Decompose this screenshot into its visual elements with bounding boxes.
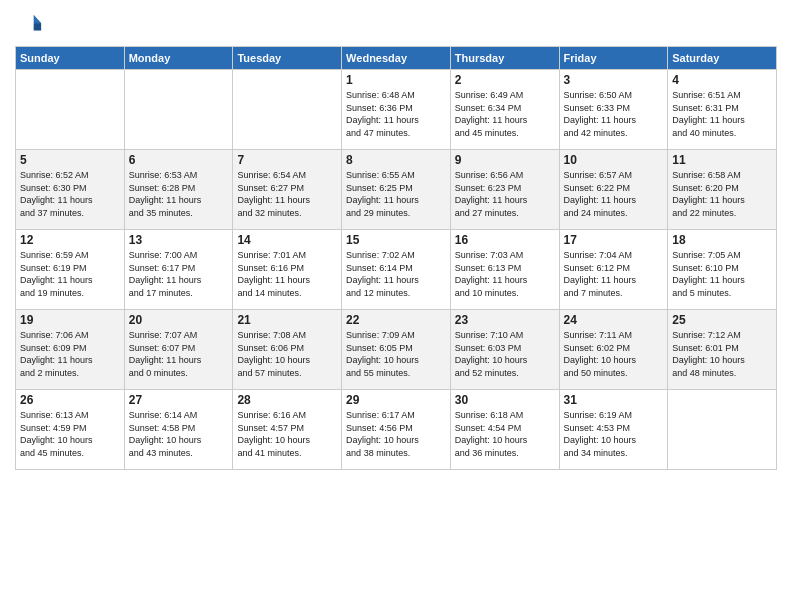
calendar-cell: 5Sunrise: 6:52 AM Sunset: 6:30 PM Daylig…: [16, 150, 125, 230]
calendar-cell: 3Sunrise: 6:50 AM Sunset: 6:33 PM Daylig…: [559, 70, 668, 150]
day-number: 5: [20, 153, 120, 167]
calendar-cell: 8Sunrise: 6:55 AM Sunset: 6:25 PM Daylig…: [342, 150, 451, 230]
day-info: Sunrise: 7:12 AM Sunset: 6:01 PM Dayligh…: [672, 329, 772, 379]
day-number: 15: [346, 233, 446, 247]
day-info: Sunrise: 7:08 AM Sunset: 6:06 PM Dayligh…: [237, 329, 337, 379]
day-info: Sunrise: 7:05 AM Sunset: 6:10 PM Dayligh…: [672, 249, 772, 299]
calendar-cell: 21Sunrise: 7:08 AM Sunset: 6:06 PM Dayli…: [233, 310, 342, 390]
calendar-cell: 30Sunrise: 6:18 AM Sunset: 4:54 PM Dayli…: [450, 390, 559, 470]
page: SundayMondayTuesdayWednesdayThursdayFrid…: [0, 0, 792, 612]
day-number: 24: [564, 313, 664, 327]
calendar-row: 1Sunrise: 6:48 AM Sunset: 6:36 PM Daylig…: [16, 70, 777, 150]
day-info: Sunrise: 6:58 AM Sunset: 6:20 PM Dayligh…: [672, 169, 772, 219]
weekday-header: Tuesday: [233, 47, 342, 70]
day-number: 8: [346, 153, 446, 167]
day-number: 30: [455, 393, 555, 407]
day-info: Sunrise: 7:00 AM Sunset: 6:17 PM Dayligh…: [129, 249, 229, 299]
day-info: Sunrise: 7:01 AM Sunset: 6:16 PM Dayligh…: [237, 249, 337, 299]
calendar-cell: [16, 70, 125, 150]
day-number: 1: [346, 73, 446, 87]
weekday-header: Wednesday: [342, 47, 451, 70]
day-info: Sunrise: 6:17 AM Sunset: 4:56 PM Dayligh…: [346, 409, 446, 459]
calendar-cell: 10Sunrise: 6:57 AM Sunset: 6:22 PM Dayli…: [559, 150, 668, 230]
day-info: Sunrise: 6:54 AM Sunset: 6:27 PM Dayligh…: [237, 169, 337, 219]
day-number: 10: [564, 153, 664, 167]
weekday-header: Friday: [559, 47, 668, 70]
calendar-cell: [124, 70, 233, 150]
calendar-cell: 17Sunrise: 7:04 AM Sunset: 6:12 PM Dayli…: [559, 230, 668, 310]
day-number: 16: [455, 233, 555, 247]
day-number: 31: [564, 393, 664, 407]
day-number: 21: [237, 313, 337, 327]
logo-icon: [15, 10, 43, 38]
weekday-header: Sunday: [16, 47, 125, 70]
day-info: Sunrise: 7:03 AM Sunset: 6:13 PM Dayligh…: [455, 249, 555, 299]
day-info: Sunrise: 7:07 AM Sunset: 6:07 PM Dayligh…: [129, 329, 229, 379]
calendar-row: 5Sunrise: 6:52 AM Sunset: 6:30 PM Daylig…: [16, 150, 777, 230]
calendar-cell: 28Sunrise: 6:16 AM Sunset: 4:57 PM Dayli…: [233, 390, 342, 470]
calendar-cell: 20Sunrise: 7:07 AM Sunset: 6:07 PM Dayli…: [124, 310, 233, 390]
day-number: 9: [455, 153, 555, 167]
calendar-cell: 6Sunrise: 6:53 AM Sunset: 6:28 PM Daylig…: [124, 150, 233, 230]
calendar-cell: 23Sunrise: 7:10 AM Sunset: 6:03 PM Dayli…: [450, 310, 559, 390]
calendar-cell: 27Sunrise: 6:14 AM Sunset: 4:58 PM Dayli…: [124, 390, 233, 470]
calendar-cell: 19Sunrise: 7:06 AM Sunset: 6:09 PM Dayli…: [16, 310, 125, 390]
calendar-row: 26Sunrise: 6:13 AM Sunset: 4:59 PM Dayli…: [16, 390, 777, 470]
day-info: Sunrise: 6:50 AM Sunset: 6:33 PM Dayligh…: [564, 89, 664, 139]
calendar-cell: 11Sunrise: 6:58 AM Sunset: 6:20 PM Dayli…: [668, 150, 777, 230]
day-number: 4: [672, 73, 772, 87]
day-info: Sunrise: 7:10 AM Sunset: 6:03 PM Dayligh…: [455, 329, 555, 379]
day-info: Sunrise: 6:57 AM Sunset: 6:22 PM Dayligh…: [564, 169, 664, 219]
day-info: Sunrise: 7:09 AM Sunset: 6:05 PM Dayligh…: [346, 329, 446, 379]
calendar-cell: 18Sunrise: 7:05 AM Sunset: 6:10 PM Dayli…: [668, 230, 777, 310]
day-info: Sunrise: 6:49 AM Sunset: 6:34 PM Dayligh…: [455, 89, 555, 139]
day-number: 29: [346, 393, 446, 407]
day-number: 26: [20, 393, 120, 407]
day-info: Sunrise: 6:53 AM Sunset: 6:28 PM Dayligh…: [129, 169, 229, 219]
weekday-header: Monday: [124, 47, 233, 70]
day-number: 6: [129, 153, 229, 167]
day-info: Sunrise: 6:13 AM Sunset: 4:59 PM Dayligh…: [20, 409, 120, 459]
calendar-cell: 14Sunrise: 7:01 AM Sunset: 6:16 PM Dayli…: [233, 230, 342, 310]
calendar-cell: 7Sunrise: 6:54 AM Sunset: 6:27 PM Daylig…: [233, 150, 342, 230]
day-info: Sunrise: 6:16 AM Sunset: 4:57 PM Dayligh…: [237, 409, 337, 459]
calendar-table: SundayMondayTuesdayWednesdayThursdayFrid…: [15, 46, 777, 470]
calendar-cell: 1Sunrise: 6:48 AM Sunset: 6:36 PM Daylig…: [342, 70, 451, 150]
day-number: 22: [346, 313, 446, 327]
calendar-cell: 13Sunrise: 7:00 AM Sunset: 6:17 PM Dayli…: [124, 230, 233, 310]
day-number: 13: [129, 233, 229, 247]
day-number: 3: [564, 73, 664, 87]
day-info: Sunrise: 6:48 AM Sunset: 6:36 PM Dayligh…: [346, 89, 446, 139]
day-number: 17: [564, 233, 664, 247]
calendar-cell: 25Sunrise: 7:12 AM Sunset: 6:01 PM Dayli…: [668, 310, 777, 390]
calendar-cell: 22Sunrise: 7:09 AM Sunset: 6:05 PM Dayli…: [342, 310, 451, 390]
day-number: 14: [237, 233, 337, 247]
calendar-cell: 24Sunrise: 7:11 AM Sunset: 6:02 PM Dayli…: [559, 310, 668, 390]
day-number: 27: [129, 393, 229, 407]
day-number: 2: [455, 73, 555, 87]
calendar-cell: 9Sunrise: 6:56 AM Sunset: 6:23 PM Daylig…: [450, 150, 559, 230]
day-number: 25: [672, 313, 772, 327]
day-info: Sunrise: 6:59 AM Sunset: 6:19 PM Dayligh…: [20, 249, 120, 299]
weekday-header: Saturday: [668, 47, 777, 70]
day-info: Sunrise: 7:04 AM Sunset: 6:12 PM Dayligh…: [564, 249, 664, 299]
day-number: 11: [672, 153, 772, 167]
calendar-cell: 2Sunrise: 6:49 AM Sunset: 6:34 PM Daylig…: [450, 70, 559, 150]
day-info: Sunrise: 6:51 AM Sunset: 6:31 PM Dayligh…: [672, 89, 772, 139]
calendar-row: 19Sunrise: 7:06 AM Sunset: 6:09 PM Dayli…: [16, 310, 777, 390]
day-number: 18: [672, 233, 772, 247]
calendar-row: 12Sunrise: 6:59 AM Sunset: 6:19 PM Dayli…: [16, 230, 777, 310]
day-info: Sunrise: 6:14 AM Sunset: 4:58 PM Dayligh…: [129, 409, 229, 459]
header: [15, 10, 777, 38]
day-number: 7: [237, 153, 337, 167]
day-info: Sunrise: 6:55 AM Sunset: 6:25 PM Dayligh…: [346, 169, 446, 219]
svg-marker-1: [34, 23, 41, 30]
day-info: Sunrise: 7:02 AM Sunset: 6:14 PM Dayligh…: [346, 249, 446, 299]
day-info: Sunrise: 7:06 AM Sunset: 6:09 PM Dayligh…: [20, 329, 120, 379]
calendar-cell: 12Sunrise: 6:59 AM Sunset: 6:19 PM Dayli…: [16, 230, 125, 310]
calendar-cell: 26Sunrise: 6:13 AM Sunset: 4:59 PM Dayli…: [16, 390, 125, 470]
header-row: SundayMondayTuesdayWednesdayThursdayFrid…: [16, 47, 777, 70]
calendar-cell: 16Sunrise: 7:03 AM Sunset: 6:13 PM Dayli…: [450, 230, 559, 310]
calendar-cell: [233, 70, 342, 150]
day-info: Sunrise: 6:56 AM Sunset: 6:23 PM Dayligh…: [455, 169, 555, 219]
